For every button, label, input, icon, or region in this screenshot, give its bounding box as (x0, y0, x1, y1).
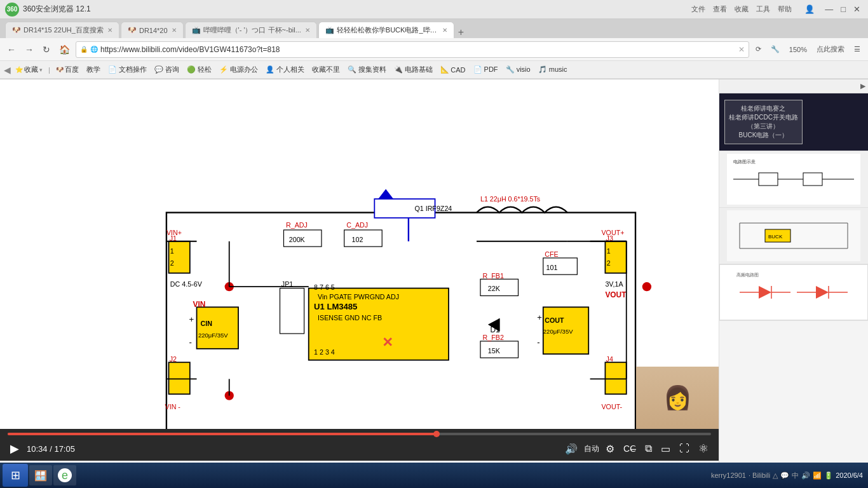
file-menu[interactable]: 文件 (689, 4, 708, 14)
video-section: Vin PGATE PWRGND ADJ U1 LM3485 ISENSE GN… (0, 79, 719, 488)
tab-3[interactable]: 📺 哔哩哔哩（'- '）つ口 干杯~-bil... ✕ (185, 22, 317, 38)
taskbar-icon-explorer[interactable]: 🪟 (29, 465, 52, 485)
search-btn[interactable]: 点此搜索 (813, 43, 848, 55)
svg-text:COUT: COUT (545, 316, 564, 324)
bm-easy-label: 🟢 轻松 (187, 65, 212, 74)
forward-btn[interactable]: → (22, 43, 37, 56)
circuit-diagram: Vin PGATE PWRGND ADJ U1 LM3485 ISENSE GN… (0, 79, 719, 429)
svg-text:22K: 22K (488, 285, 501, 292)
theater-btn[interactable]: ▭ (658, 442, 673, 456)
taskbar-arrow-icon[interactable]: △ (773, 471, 778, 480)
favorites-menu[interactable]: 收藏 (732, 4, 751, 14)
bm-visio[interactable]: 🔧 visio (503, 65, 534, 74)
bm-nav-left[interactable]: ◀ (4, 65, 11, 75)
home-btn[interactable]: 🏠 (56, 43, 73, 56)
taskbar-volume-icon[interactable]: 🔊 (801, 471, 810, 480)
help-menu[interactable]: 帮助 (775, 4, 794, 14)
bm-personal[interactable]: 👤 个人相关 (262, 64, 308, 75)
bm-teaching[interactable]: 教学 (83, 64, 104, 75)
start-btn[interactable]: ⊞ (3, 464, 28, 487)
svg-text:C_ADJ: C_ADJ (346, 221, 368, 229)
sidebar-item-4[interactable]: 高频电路图 (719, 264, 868, 321)
video-container[interactable]: Vin PGATE PWRGND ADJ U1 LM3485 ISENSE GN… (0, 79, 719, 429)
bm-search[interactable]: 🔍 搜集资料 (344, 64, 390, 75)
svg-text:J4: J4 (606, 355, 613, 363)
quality-btn[interactable]: 自动 (584, 444, 599, 454)
user-icon: 👤 (802, 4, 817, 14)
settings-btn[interactable]: ⚙ (603, 442, 617, 456)
cad-icon: 📐 (440, 65, 449, 74)
back-btn[interactable]: ← (4, 43, 19, 56)
menu-btn[interactable]: ☰ (850, 44, 864, 55)
tab-close-2[interactable]: ✕ (172, 27, 177, 34)
extensions-btn[interactable]: 🔧 (767, 44, 783, 55)
tab-2[interactable]: 🐶 DR14*20 ✕ (121, 22, 184, 38)
svg-text:1    2    3    4: 1 2 3 4 (314, 348, 335, 356)
bm-docs[interactable]: 📄 文档操作 (105, 64, 150, 75)
bm-baidu[interactable]: 🐶 百度 (53, 64, 82, 75)
sidebar-toggle[interactable]: ▶ (860, 82, 865, 90)
bm-pdf[interactable]: 📄 PDF (470, 65, 501, 74)
tabs-bar: 🐶 DR14*15 22UH_百度搜索 ✕ 🐶 DR14*20 ✕ 📺 哔哩哔哩… (0, 19, 868, 38)
taskbar-network-icon[interactable]: 📶 (813, 471, 822, 480)
svg-text:VOUT+: VOUT+ (601, 229, 624, 236)
volume-btn[interactable]: 🔊 (562, 442, 580, 456)
svg-text:+: + (537, 313, 542, 322)
total-time: 17:05 (54, 444, 75, 454)
taskbar-input-icon[interactable]: 中 (792, 471, 799, 480)
bm-music[interactable]: 🎵 music (535, 65, 571, 74)
bm-easy[interactable]: 🟢 轻松 (184, 64, 215, 75)
bm-favorites[interactable]: ⭐ 收藏 ▾ (12, 64, 46, 75)
svg-text:U1  LM3485: U1 LM3485 (314, 302, 357, 311)
circuit-svg: Vin PGATE PWRGND ADJ U1 LM3485 ISENSE GN… (0, 79, 719, 429)
minimize-btn[interactable]: — (822, 4, 836, 14)
address-bar[interactable]: 🔒 🌐 https://www.bilibili.com/video/BV1GW… (76, 41, 749, 58)
svg-text:VOUT-: VOUT- (601, 403, 622, 410)
bm-cad-label: CAD (451, 66, 465, 74)
refresh-page-btn[interactable]: ⟳ (752, 44, 765, 55)
svg-text:DC 4.5-6V: DC 4.5-6V (170, 280, 203, 288)
bm-circuit[interactable]: 🔌 电路基础 (391, 64, 436, 75)
svg-text:CFE: CFE (545, 250, 558, 258)
bm-cad[interactable]: 📐 CAD (437, 65, 468, 74)
maximize-btn[interactable]: □ (838, 4, 848, 14)
wide-btn[interactable]: ⚛ (696, 440, 711, 457)
browser-taskbar-icon: e (58, 468, 72, 482)
svg-rect-24 (168, 362, 189, 394)
tab-label-2: DR14*20 (139, 27, 168, 34)
taskbar-battery-icon[interactable]: 🔋 (824, 471, 833, 480)
tab-4-active[interactable]: 📺 轻轻松松教你学BUCK电路_哔哩... ✕ (318, 22, 454, 38)
close-btn[interactable]: ✕ (851, 4, 863, 14)
sidebar-item-2[interactable]: 电路图示意 (719, 151, 868, 208)
taskbar-icon-browser[interactable]: e (53, 465, 76, 485)
new-tab-btn[interactable]: + (456, 27, 466, 38)
svg-text:L1  22μH 0.6*19.5Ts: L1 22μH 0.6*19.5Ts (480, 195, 540, 203)
svg-text:VIN+: VIN+ (166, 229, 182, 236)
svg-rect-55 (605, 241, 626, 273)
fullscreen-btn[interactable]: ⛶ (677, 442, 692, 456)
tools-menu[interactable]: 工具 (754, 4, 773, 14)
play-btn[interactable]: ▶ (8, 440, 22, 457)
progress-fill (8, 433, 437, 435)
tab-close-4[interactable]: ✕ (442, 27, 447, 34)
title-controls[interactable]: 文件 查看 收藏 工具 帮助 👤 — □ ✕ (689, 4, 863, 14)
refresh-btn[interactable]: ↻ (39, 43, 53, 56)
sidebar-item-3[interactable]: BUCK (719, 208, 868, 264)
tab-label-3: 哔哩哔哩（'- '）つ口 干杯~-bil... (203, 25, 301, 35)
tab-1[interactable]: 🐶 DR14*15 22UH_百度搜索 ✕ (5, 22, 119, 38)
svg-text:220μF/35V: 220μF/35V (198, 332, 228, 339)
sidebar-circuit-svg-3: BUCK (727, 210, 860, 261)
tab-close-1[interactable]: ✕ (107, 27, 112, 34)
view-menu[interactable]: 查看 (710, 4, 729, 14)
subtitle-btn[interactable]: CC̶ (621, 442, 639, 455)
tab-close-3[interactable]: ✕ (305, 27, 310, 34)
bm-power[interactable]: ⚡ 电源办公 (216, 64, 261, 75)
sidebar-header[interactable]: ▶ (719, 79, 868, 93)
bm-consult[interactable]: 💬 咨询 (151, 64, 182, 75)
pip-btn[interactable]: ⧉ (642, 442, 654, 456)
sidebar-item-1[interactable]: 桂老师讲电赛之桂老师讲DCDC开关电路（第三讲）BUCK电路（一） (719, 93, 868, 151)
taskbar-chat-icon[interactable]: 💬 (780, 471, 789, 480)
svg-text:220μF/35V: 220μF/35V (543, 328, 573, 335)
bm-collect[interactable]: 收藏不里 (309, 64, 343, 75)
progress-bar[interactable] (8, 433, 711, 435)
